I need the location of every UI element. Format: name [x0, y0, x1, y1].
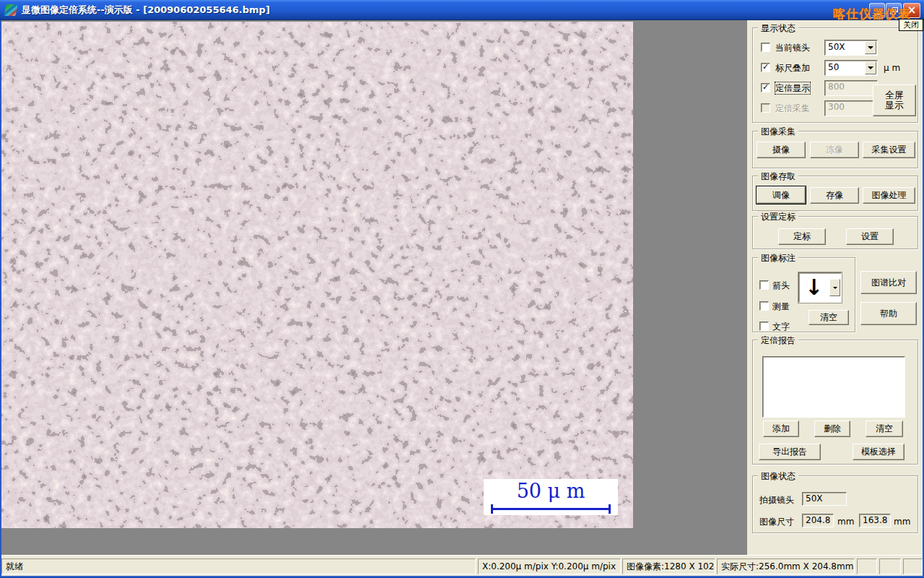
scale-bar-tick-right: [609, 504, 611, 514]
image-viewport: 50 μ m: [0, 20, 747, 555]
image-height-field: 163.8: [859, 514, 891, 527]
close-button[interactable]: ×: [903, 3, 920, 18]
fullscreen-button-line2: 显示: [885, 100, 904, 111]
save-image-button[interactable]: 存像: [810, 187, 859, 204]
scale-bar-tick-left: [491, 504, 493, 514]
label-ruler-overlay: 标尺叠加: [775, 62, 810, 74]
label-width-unit: mm: [837, 516, 854, 527]
status-pixel-scale: X:0.200μ m/pix Y:0.200μ m/pix: [478, 558, 621, 574]
label-ruler-unit: μ m: [884, 62, 900, 74]
scale-bar-label: 50 μ m: [484, 480, 618, 502]
checkbox-ruler-overlay[interactable]: ✓: [761, 63, 770, 72]
checkbox-arrow[interactable]: [759, 280, 769, 290]
app-icon: [4, 4, 17, 16]
label-image-size: 图像尺寸: [759, 516, 794, 527]
status-image-pixels: 图像像素:1280 X 1024: [622, 558, 715, 574]
title-bar: 显微图像定倍系统--演示版 - [20090602055646.bmp] ×: [0, 0, 924, 20]
groupbox-report-title: 定倍报告: [758, 335, 798, 347]
groupbox-annotation-title: 图像标注: [758, 252, 798, 264]
checkbox-text[interactable]: [759, 322, 769, 331]
image-width-field: 204.8: [802, 514, 834, 527]
shooting-lens-field: 50X: [802, 492, 847, 506]
micrograph-texture: [1, 22, 633, 528]
annotation-clear-button[interactable]: 清空: [808, 310, 849, 325]
help-button[interactable]: 帮助: [860, 302, 917, 325]
groupbox-image-capture-title: 图像采集: [758, 126, 798, 138]
report-clear-button[interactable]: 清空: [866, 420, 903, 437]
scale-bar-line: [491, 508, 611, 510]
minimize-icon: [874, 13, 881, 15]
close-icon: ×: [907, 4, 917, 17]
status-bar: 就绪 X:0.200μ m/pix Y:0.200μ m/pix 图像像素:12…: [0, 555, 924, 576]
shoot-button[interactable]: 摄像: [757, 142, 806, 158]
fullscreen-button-line1: 全屏: [885, 90, 904, 100]
load-image-button[interactable]: 调像: [757, 186, 806, 204]
status-spare-3: [903, 558, 923, 574]
calibrate-button[interactable]: 定标: [778, 228, 826, 245]
label-text: 文字: [772, 321, 790, 332]
fixed-mag-display-input: 800: [824, 80, 878, 96]
label-arrow: 箭头: [772, 280, 790, 291]
report-add-button[interactable]: 添加: [763, 420, 799, 437]
groupbox-calibration-title: 设置定标: [758, 211, 798, 223]
groupbox-image-storage-title: 图像存取: [758, 171, 798, 183]
close-tooltip: 关闭: [899, 19, 923, 31]
freeze-button: 冻像: [810, 142, 859, 158]
report-listbox[interactable]: [762, 356, 905, 418]
status-actual-size: 实际尺寸:256.0mm X 204.8mm: [717, 558, 855, 574]
image-process-button[interactable]: 图像处理: [863, 187, 915, 204]
label-fixed-mag-capture: 定倍采集: [775, 103, 810, 114]
export-report-button[interactable]: 导出报告: [759, 444, 821, 460]
restore-icon: [890, 7, 898, 14]
window-title: 显微图像定倍系统--演示版 - [20090602055646.bmp]: [22, 0, 270, 20]
check-icon: ✓: [762, 82, 769, 92]
fullscreen-button[interactable]: 全屏 显示: [873, 85, 916, 116]
groupbox-display-status-title: 显示状态: [758, 22, 798, 35]
checkbox-fixed-mag-display[interactable]: ✓: [761, 83, 770, 92]
micrograph-canvas[interactable]: 50 μ m: [1, 22, 633, 528]
atlas-compare-button[interactable]: 图谱比对: [860, 271, 917, 294]
calib-settings-button[interactable]: 设置: [846, 228, 894, 245]
restore-button[interactable]: [886, 3, 902, 18]
chevron-down-icon[interactable]: [865, 41, 876, 54]
status-spare-1: [857, 558, 877, 574]
checkbox-fixed-mag-capture: [761, 103, 770, 113]
report-delete-button[interactable]: 删除: [814, 420, 850, 437]
check-icon: ✓: [762, 62, 769, 72]
label-fixed-mag-display: 定倍显示: [775, 82, 810, 94]
label-measure: 测量: [772, 301, 790, 312]
lens-combobox-value: 50X: [828, 42, 845, 52]
checkbox-current-lens[interactable]: [761, 43, 770, 52]
status-spare-2: [879, 558, 901, 574]
fixed-mag-capture-input: 300: [824, 100, 878, 116]
ruler-combobox-value: 50: [828, 62, 839, 72]
capture-settings-button[interactable]: 采集设置: [863, 142, 915, 158]
scale-bar-overlay: 50 μ m: [484, 479, 618, 515]
lens-combobox[interactable]: 50X: [824, 40, 878, 56]
checkbox-measure[interactable]: [759, 301, 769, 311]
chevron-down-icon[interactable]: [829, 279, 840, 296]
window-left-edge: [0, 20, 1, 576]
down-arrow-icon: ↓: [805, 275, 823, 300]
arrow-style-combobox[interactable]: ↓: [798, 272, 842, 303]
minimize-button[interactable]: [869, 3, 885, 18]
chevron-down-icon[interactable]: [865, 61, 876, 74]
groupbox-image-status-title: 图像状态: [758, 470, 798, 483]
status-ready: 就绪: [1, 558, 476, 574]
label-current-lens: 当前镜头: [775, 42, 810, 53]
label-shooting-lens: 拍摄镜头: [759, 494, 794, 506]
label-height-unit: mm: [894, 516, 910, 527]
template-select-button[interactable]: 模板选择: [853, 444, 905, 460]
ruler-combobox[interactable]: 50: [824, 60, 878, 76]
